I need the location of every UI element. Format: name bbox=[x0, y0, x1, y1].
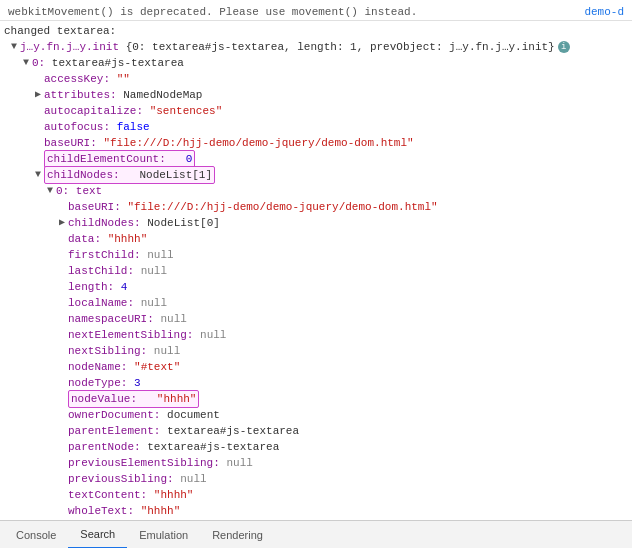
bottom-tabs: Console Search Emulation Rendering bbox=[0, 520, 632, 548]
sp bbox=[114, 279, 121, 295]
item-lastchild: lastChild: null bbox=[0, 263, 632, 279]
tree-container: changed textarea: j…y.fn.j…y.init {0: te… bbox=[0, 21, 632, 520]
devtools-panel: webkitMovement() is deprecated. Please u… bbox=[0, 0, 632, 520]
key-accesskey: accessKey: bbox=[44, 71, 110, 87]
sp bbox=[193, 327, 200, 343]
val-accesskey: "" bbox=[117, 71, 130, 87]
item-attributes[interactable]: attributes: NamedNodeMap bbox=[0, 87, 632, 103]
sp bbox=[141, 439, 148, 455]
sp bbox=[110, 71, 117, 87]
val-od: document bbox=[167, 407, 220, 423]
key-baseuri2: baseURI: bbox=[68, 199, 121, 215]
sp bbox=[101, 231, 108, 247]
val-len4: 4 bbox=[121, 279, 128, 295]
info-icon[interactable]: i bbox=[558, 41, 570, 53]
sp bbox=[160, 423, 167, 439]
sp bbox=[147, 343, 154, 359]
tab-search[interactable]: Search bbox=[68, 521, 127, 549]
highlight-nodevalue: nodeValue: "hhhh" bbox=[68, 390, 199, 408]
key-proto-text: __proto__: bbox=[68, 519, 134, 520]
sp2 bbox=[117, 87, 124, 103]
root-space bbox=[119, 39, 126, 55]
toggle-childnodes[interactable] bbox=[32, 169, 44, 181]
toggle-cn0[interactable] bbox=[56, 217, 68, 229]
sp bbox=[97, 135, 104, 151]
val-tc: "hhhh" bbox=[154, 487, 194, 503]
value-0: textarea#js-textarea bbox=[52, 55, 184, 71]
val-cec: 0 bbox=[186, 153, 193, 165]
sp bbox=[134, 263, 141, 279]
sp bbox=[134, 295, 141, 311]
toggle-attributes[interactable] bbox=[32, 89, 44, 101]
changed-label: changed textarea: bbox=[0, 23, 632, 39]
key-cec: childElementCount: bbox=[47, 153, 166, 165]
item-wholetext: wholeText: "hhhh" bbox=[0, 503, 632, 519]
key-autocap: autocapitalize: bbox=[44, 103, 143, 119]
item-baseuri-child: baseURI: "file:///D:/hjj-demo/demo-jquer… bbox=[0, 199, 632, 215]
key-lc: lastChild: bbox=[68, 263, 134, 279]
val-autocap: "sentences" bbox=[150, 103, 223, 119]
key-wt: wholeText: bbox=[68, 503, 134, 519]
val-ns: null bbox=[160, 311, 186, 327]
val-cn: NodeList[1] bbox=[139, 169, 212, 181]
val-localname: null bbox=[141, 295, 167, 311]
sp bbox=[127, 375, 134, 391]
key-0: 0: bbox=[32, 55, 45, 71]
item-prevsibling: previousSibling: null bbox=[0, 471, 632, 487]
item-ownerdoc: ownerDocument: document bbox=[0, 407, 632, 423]
key-baseuri: baseURI: bbox=[44, 135, 97, 151]
item-nodetype: nodeType: 3 bbox=[0, 375, 632, 391]
item-childnodes[interactable]: childNodes: NodeList[1] bbox=[0, 167, 632, 183]
root-value: {0: textarea#js-textarea, length: 1, pre… bbox=[126, 39, 555, 55]
key-pn: parentNode: bbox=[68, 439, 141, 455]
toggle-root[interactable] bbox=[8, 41, 20, 53]
tab-emulation[interactable]: Emulation bbox=[127, 521, 200, 549]
item-firstchild: firstChild: null bbox=[0, 247, 632, 263]
item-accesskey: accessKey: "" bbox=[0, 71, 632, 87]
val-attributes: NamedNodeMap bbox=[123, 87, 202, 103]
demo-link[interactable]: demo-d bbox=[584, 6, 624, 18]
toggle-text[interactable] bbox=[44, 185, 56, 197]
sp bbox=[110, 119, 117, 135]
item-baseuri: baseURI: "file:///D:/hjj-demo/demo-jquer… bbox=[0, 135, 632, 151]
item-proto-text[interactable]: __proto__: Text bbox=[0, 519, 632, 520]
root-init-line[interactable]: j…y.fn.j…y.init {0: textarea#js-textarea… bbox=[0, 39, 632, 55]
item-textcontent: textContent: "hhhh" bbox=[0, 487, 632, 503]
val-wt: "hhhh" bbox=[141, 503, 181, 519]
key-nodename: nodeName: bbox=[68, 359, 127, 375]
sp bbox=[147, 487, 154, 503]
key-od: ownerDocument: bbox=[68, 407, 160, 423]
item-namespaceuri: namespaceURI: null bbox=[0, 311, 632, 327]
tab-console[interactable]: Console bbox=[4, 521, 68, 549]
key-localname: localName: bbox=[68, 295, 134, 311]
val-baseuri2: "file:///D:/hjj-demo/demo-jquery/demo-do… bbox=[127, 199, 437, 215]
sp bbox=[172, 153, 179, 165]
item-nextsibling: nextSibling: null bbox=[0, 343, 632, 359]
val-ns2: null bbox=[154, 343, 180, 359]
key-len4: length: bbox=[68, 279, 114, 295]
item-autofocus: autofocus: false bbox=[0, 119, 632, 135]
sp bbox=[134, 503, 141, 519]
item-nodevalue: nodeValue: "hhhh" bbox=[0, 391, 632, 407]
sp bbox=[143, 103, 150, 119]
sp bbox=[134, 519, 141, 520]
toggle-0[interactable] bbox=[20, 57, 32, 69]
val-baseuri: "file:///D:/hjj-demo/demo-jquery/demo-do… bbox=[103, 135, 413, 151]
val-pn: textarea#js-textarea bbox=[147, 439, 279, 455]
item-0-textarea[interactable]: 0: textarea#js-textarea bbox=[0, 55, 632, 71]
key-data: data: bbox=[68, 231, 101, 247]
item-autocapitalize: autocapitalize: "sentences" bbox=[0, 103, 632, 119]
key-fc: firstChild: bbox=[68, 247, 141, 263]
tab-rendering[interactable]: Rendering bbox=[200, 521, 275, 549]
key-nv: nodeValue: bbox=[71, 393, 137, 405]
val-data: "hhhh" bbox=[108, 231, 148, 247]
val-pes: null bbox=[226, 455, 252, 471]
val-cn0: NodeList[0] bbox=[147, 215, 220, 231]
highlight-childnodes: childNodes: NodeList[1] bbox=[44, 166, 215, 184]
item-childnodes-0[interactable]: childNodes: NodeList[0] bbox=[0, 215, 632, 231]
val-pe: textarea#js-textarea bbox=[167, 423, 299, 439]
item-0-text[interactable]: 0: text bbox=[0, 183, 632, 199]
root-key: j…y.fn.j…y.init bbox=[20, 39, 119, 55]
key-ps: previousSibling: bbox=[68, 471, 174, 487]
key-cn: childNodes: bbox=[47, 169, 120, 181]
